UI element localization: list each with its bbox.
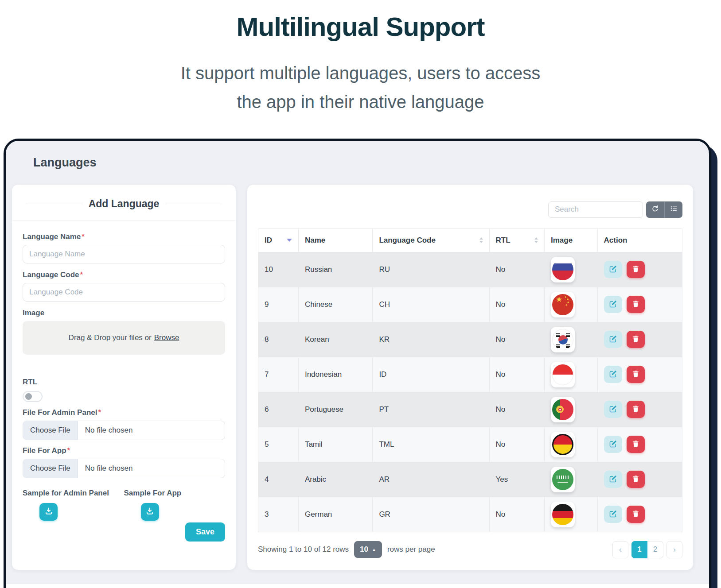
- saudi-flag-image: [551, 467, 575, 492]
- edit-button[interactable]: [604, 401, 622, 418]
- language-code-label: Language Code*: [23, 271, 225, 279]
- choose-file-button[interactable]: Choose File: [23, 421, 78, 440]
- column-header-id[interactable]: ID: [258, 228, 299, 252]
- cell-rtl: No: [489, 322, 544, 357]
- caret-up-icon: ▲: [372, 547, 376, 552]
- korea-flag-image: [551, 327, 575, 352]
- column-label: ID: [265, 236, 272, 245]
- column-label: RTL: [496, 236, 511, 245]
- file-admin-input[interactable]: Choose File No file chosen: [23, 421, 225, 440]
- russia-flag-image: [551, 257, 575, 282]
- indonesia-flag-image: [551, 362, 575, 387]
- download-admin-sample-button[interactable]: [39, 503, 58, 521]
- divider: [25, 204, 82, 204]
- rows-per-page-value: 10: [360, 545, 368, 554]
- file-app-input[interactable]: Choose File No file chosen: [23, 459, 225, 478]
- sample-admin-label: Sample for Admin Panel: [23, 489, 124, 498]
- rtl-toggle[interactable]: [23, 391, 43, 402]
- column-label: Name: [305, 236, 325, 245]
- edit-button[interactable]: [604, 471, 622, 488]
- next-page-button[interactable]: ›: [666, 541, 682, 558]
- delete-button[interactable]: [627, 471, 645, 488]
- flag-icon: [552, 504, 573, 525]
- rows-per-page-label: rows per page: [387, 545, 435, 554]
- sample-app-label: Sample For App: [124, 489, 226, 498]
- edit-button[interactable]: [604, 296, 622, 313]
- cell-name: Tamil: [298, 427, 372, 462]
- edit-icon: [609, 300, 617, 309]
- cell-action: [597, 357, 682, 392]
- cell-id: 10: [258, 252, 299, 287]
- delete-button[interactable]: [627, 401, 645, 418]
- table-footer: Showing 1 to 10 of 12 rows 10 ▲ rows per…: [258, 541, 682, 558]
- cell-rtl: No: [489, 357, 544, 392]
- required-marker: *: [98, 408, 101, 417]
- cell-action: [597, 462, 682, 497]
- cell-language-code: RU: [373, 252, 489, 287]
- cell-action: [597, 322, 682, 357]
- portugal-flag-image: [551, 397, 575, 422]
- delete-button[interactable]: [627, 296, 645, 313]
- refresh-button[interactable]: [646, 201, 664, 218]
- cell-id: 8: [258, 322, 299, 357]
- add-language-card: Add Language Language Name* Language Cod…: [12, 185, 236, 570]
- edit-button[interactable]: [604, 436, 622, 453]
- columns-list-button[interactable]: [664, 201, 682, 218]
- language-code-input[interactable]: [23, 283, 225, 302]
- column-header-rtl[interactable]: RTL: [489, 228, 544, 252]
- rows-per-page-select[interactable]: 10 ▲: [354, 541, 382, 558]
- language-name-label: Language Name*: [23, 232, 225, 241]
- page-subtitle-line2: the app in their native language: [237, 92, 484, 112]
- page-subtitle: It support multiple languages, users to …: [0, 59, 721, 116]
- language-name-input[interactable]: [23, 245, 225, 263]
- delete-button[interactable]: [627, 506, 645, 523]
- flag-icon: [552, 329, 573, 350]
- image-dropzone[interactable]: Drag & Drop your files or Browse: [23, 321, 225, 355]
- edit-button[interactable]: [604, 261, 622, 278]
- delete-button[interactable]: [627, 261, 645, 278]
- table-row: 9ChineseCHNo★★: [258, 287, 682, 322]
- cell-image: [544, 427, 597, 462]
- edit-button[interactable]: [604, 366, 622, 383]
- page-button-1[interactable]: 1: [631, 541, 647, 558]
- flag-icon: [552, 259, 573, 280]
- cell-name: Portuguese: [298, 392, 372, 427]
- table-toolbar: [258, 201, 682, 218]
- file-status: No file chosen: [78, 421, 140, 440]
- delete-button[interactable]: [627, 331, 645, 348]
- prev-page-button[interactable]: ‹: [612, 541, 628, 558]
- save-button[interactable]: Save: [185, 522, 225, 542]
- choose-file-button[interactable]: Choose File: [23, 459, 78, 478]
- cell-language-code: TML: [373, 427, 489, 462]
- cell-image: ★★: [544, 287, 597, 322]
- browse-link[interactable]: Browse: [154, 333, 179, 342]
- cell-action: [597, 287, 682, 322]
- trash-icon: [632, 335, 639, 344]
- cell-rtl: No: [489, 252, 544, 287]
- edit-icon: [609, 440, 617, 449]
- sort-icon: [534, 237, 538, 243]
- china-flag-image: ★★: [551, 292, 575, 317]
- edit-button[interactable]: [604, 506, 622, 523]
- cell-image: [544, 497, 597, 532]
- page-button-2[interactable]: 2: [647, 541, 663, 558]
- delete-button[interactable]: [627, 366, 645, 383]
- cell-name: Korean: [298, 322, 372, 357]
- add-language-title: Add Language: [89, 198, 160, 210]
- cell-action: [597, 392, 682, 427]
- column-header-language-code[interactable]: Language Code: [373, 228, 489, 252]
- download-app-sample-button[interactable]: [141, 503, 159, 521]
- languages-table: IDNameLanguage CodeRTLImageAction 10Russ…: [258, 228, 682, 532]
- dropzone-text: Drag & Drop your files or: [69, 333, 152, 342]
- table-tools: [646, 201, 682, 218]
- cell-rtl: No: [489, 287, 544, 322]
- cell-image: [544, 252, 597, 287]
- column-label: Image: [551, 236, 573, 245]
- delete-button[interactable]: [627, 436, 645, 453]
- edit-button[interactable]: [604, 331, 622, 348]
- trash-icon: [632, 475, 639, 484]
- flag-icon: ★★: [552, 294, 573, 315]
- search-input[interactable]: [548, 201, 643, 218]
- table-row: 8KoreanKRNo: [258, 322, 682, 357]
- cell-image: [544, 392, 597, 427]
